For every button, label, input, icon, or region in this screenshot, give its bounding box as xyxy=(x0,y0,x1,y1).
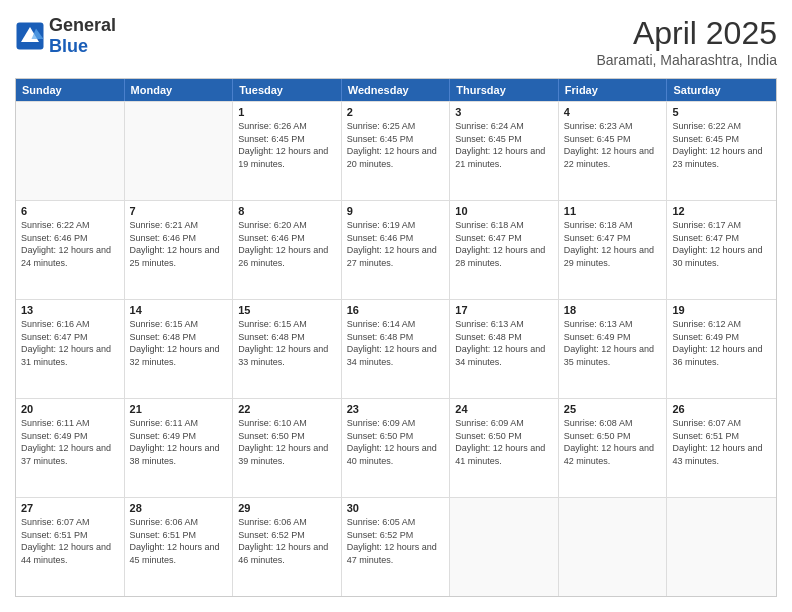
calendar-cell xyxy=(16,102,125,200)
calendar-cell: 20Sunrise: 6:11 AM Sunset: 6:49 PM Dayli… xyxy=(16,399,125,497)
cell-info: Sunrise: 6:05 AM Sunset: 6:52 PM Dayligh… xyxy=(347,516,445,566)
cell-info: Sunrise: 6:24 AM Sunset: 6:45 PM Dayligh… xyxy=(455,120,553,170)
cell-info: Sunrise: 6:06 AM Sunset: 6:52 PM Dayligh… xyxy=(238,516,336,566)
calendar-cell: 11Sunrise: 6:18 AM Sunset: 6:47 PM Dayli… xyxy=(559,201,668,299)
day-number: 6 xyxy=(21,205,119,217)
cell-info: Sunrise: 6:20 AM Sunset: 6:46 PM Dayligh… xyxy=(238,219,336,269)
day-number: 19 xyxy=(672,304,771,316)
cell-info: Sunrise: 6:22 AM Sunset: 6:46 PM Dayligh… xyxy=(21,219,119,269)
cell-info: Sunrise: 6:07 AM Sunset: 6:51 PM Dayligh… xyxy=(672,417,771,467)
calendar-cell: 4Sunrise: 6:23 AM Sunset: 6:45 PM Daylig… xyxy=(559,102,668,200)
cell-info: Sunrise: 6:18 AM Sunset: 6:47 PM Dayligh… xyxy=(455,219,553,269)
cell-info: Sunrise: 6:23 AM Sunset: 6:45 PM Dayligh… xyxy=(564,120,662,170)
cell-info: Sunrise: 6:07 AM Sunset: 6:51 PM Dayligh… xyxy=(21,516,119,566)
cell-info: Sunrise: 6:11 AM Sunset: 6:49 PM Dayligh… xyxy=(21,417,119,467)
day-number: 27 xyxy=(21,502,119,514)
calendar-cell: 16Sunrise: 6:14 AM Sunset: 6:48 PM Dayli… xyxy=(342,300,451,398)
page: General Blue April 2025 Baramati, Mahara… xyxy=(0,0,792,612)
calendar-cell: 10Sunrise: 6:18 AM Sunset: 6:47 PM Dayli… xyxy=(450,201,559,299)
day-number: 25 xyxy=(564,403,662,415)
cell-info: Sunrise: 6:10 AM Sunset: 6:50 PM Dayligh… xyxy=(238,417,336,467)
calendar-cell: 19Sunrise: 6:12 AM Sunset: 6:49 PM Dayli… xyxy=(667,300,776,398)
cell-info: Sunrise: 6:06 AM Sunset: 6:51 PM Dayligh… xyxy=(130,516,228,566)
cell-info: Sunrise: 6:09 AM Sunset: 6:50 PM Dayligh… xyxy=(347,417,445,467)
day-number: 20 xyxy=(21,403,119,415)
day-number: 24 xyxy=(455,403,553,415)
calendar-cell xyxy=(125,102,234,200)
day-number: 23 xyxy=(347,403,445,415)
day-number: 12 xyxy=(672,205,771,217)
cal-header-cell: Tuesday xyxy=(233,79,342,101)
day-number: 8 xyxy=(238,205,336,217)
day-number: 21 xyxy=(130,403,228,415)
calendar-cell: 17Sunrise: 6:13 AM Sunset: 6:48 PM Dayli… xyxy=(450,300,559,398)
day-number: 28 xyxy=(130,502,228,514)
calendar-header: SundayMondayTuesdayWednesdayThursdayFrid… xyxy=(16,79,776,101)
calendar-cell: 26Sunrise: 6:07 AM Sunset: 6:51 PM Dayli… xyxy=(667,399,776,497)
calendar-cell: 12Sunrise: 6:17 AM Sunset: 6:47 PM Dayli… xyxy=(667,201,776,299)
logo-text: General Blue xyxy=(49,15,116,57)
day-number: 7 xyxy=(130,205,228,217)
calendar-cell xyxy=(559,498,668,596)
day-number: 29 xyxy=(238,502,336,514)
calendar-body: 1Sunrise: 6:26 AM Sunset: 6:45 PM Daylig… xyxy=(16,101,776,596)
cell-info: Sunrise: 6:25 AM Sunset: 6:45 PM Dayligh… xyxy=(347,120,445,170)
calendar-cell: 29Sunrise: 6:06 AM Sunset: 6:52 PM Dayli… xyxy=(233,498,342,596)
calendar-cell xyxy=(667,498,776,596)
calendar-cell: 1Sunrise: 6:26 AM Sunset: 6:45 PM Daylig… xyxy=(233,102,342,200)
day-number: 14 xyxy=(130,304,228,316)
calendar-cell: 23Sunrise: 6:09 AM Sunset: 6:50 PM Dayli… xyxy=(342,399,451,497)
calendar-cell xyxy=(450,498,559,596)
day-number: 2 xyxy=(347,106,445,118)
cal-header-cell: Friday xyxy=(559,79,668,101)
cell-info: Sunrise: 6:08 AM Sunset: 6:50 PM Dayligh… xyxy=(564,417,662,467)
calendar-cell: 2Sunrise: 6:25 AM Sunset: 6:45 PM Daylig… xyxy=(342,102,451,200)
cell-info: Sunrise: 6:19 AM Sunset: 6:46 PM Dayligh… xyxy=(347,219,445,269)
day-number: 26 xyxy=(672,403,771,415)
cell-info: Sunrise: 6:22 AM Sunset: 6:45 PM Dayligh… xyxy=(672,120,771,170)
logo-icon xyxy=(15,21,45,51)
cell-info: Sunrise: 6:13 AM Sunset: 6:49 PM Dayligh… xyxy=(564,318,662,368)
cell-info: Sunrise: 6:09 AM Sunset: 6:50 PM Dayligh… xyxy=(455,417,553,467)
calendar-row: 13Sunrise: 6:16 AM Sunset: 6:47 PM Dayli… xyxy=(16,299,776,398)
day-number: 30 xyxy=(347,502,445,514)
cal-header-cell: Saturday xyxy=(667,79,776,101)
calendar-row: 1Sunrise: 6:26 AM Sunset: 6:45 PM Daylig… xyxy=(16,101,776,200)
cell-info: Sunrise: 6:15 AM Sunset: 6:48 PM Dayligh… xyxy=(130,318,228,368)
calendar-cell: 13Sunrise: 6:16 AM Sunset: 6:47 PM Dayli… xyxy=(16,300,125,398)
cell-info: Sunrise: 6:17 AM Sunset: 6:47 PM Dayligh… xyxy=(672,219,771,269)
calendar-cell: 18Sunrise: 6:13 AM Sunset: 6:49 PM Dayli… xyxy=(559,300,668,398)
cell-info: Sunrise: 6:16 AM Sunset: 6:47 PM Dayligh… xyxy=(21,318,119,368)
cell-info: Sunrise: 6:12 AM Sunset: 6:49 PM Dayligh… xyxy=(672,318,771,368)
month-title: April 2025 xyxy=(596,15,777,52)
cell-info: Sunrise: 6:14 AM Sunset: 6:48 PM Dayligh… xyxy=(347,318,445,368)
calendar-cell: 28Sunrise: 6:06 AM Sunset: 6:51 PM Dayli… xyxy=(125,498,234,596)
calendar-cell: 7Sunrise: 6:21 AM Sunset: 6:46 PM Daylig… xyxy=(125,201,234,299)
cal-header-cell: Wednesday xyxy=(342,79,451,101)
cal-header-cell: Thursday xyxy=(450,79,559,101)
logo-blue-text: Blue xyxy=(49,36,116,57)
day-number: 1 xyxy=(238,106,336,118)
cell-info: Sunrise: 6:13 AM Sunset: 6:48 PM Dayligh… xyxy=(455,318,553,368)
calendar-cell: 8Sunrise: 6:20 AM Sunset: 6:46 PM Daylig… xyxy=(233,201,342,299)
calendar-cell: 5Sunrise: 6:22 AM Sunset: 6:45 PM Daylig… xyxy=(667,102,776,200)
day-number: 22 xyxy=(238,403,336,415)
calendar-cell: 15Sunrise: 6:15 AM Sunset: 6:48 PM Dayli… xyxy=(233,300,342,398)
cell-info: Sunrise: 6:11 AM Sunset: 6:49 PM Dayligh… xyxy=(130,417,228,467)
day-number: 10 xyxy=(455,205,553,217)
subtitle: Baramati, Maharashtra, India xyxy=(596,52,777,68)
calendar: SundayMondayTuesdayWednesdayThursdayFrid… xyxy=(15,78,777,597)
day-number: 18 xyxy=(564,304,662,316)
calendar-row: 20Sunrise: 6:11 AM Sunset: 6:49 PM Dayli… xyxy=(16,398,776,497)
logo: General Blue xyxy=(15,15,116,57)
calendar-cell: 24Sunrise: 6:09 AM Sunset: 6:50 PM Dayli… xyxy=(450,399,559,497)
cal-header-cell: Monday xyxy=(125,79,234,101)
calendar-cell: 25Sunrise: 6:08 AM Sunset: 6:50 PM Dayli… xyxy=(559,399,668,497)
day-number: 3 xyxy=(455,106,553,118)
calendar-cell: 30Sunrise: 6:05 AM Sunset: 6:52 PM Dayli… xyxy=(342,498,451,596)
header: General Blue April 2025 Baramati, Mahara… xyxy=(15,15,777,68)
calendar-cell: 22Sunrise: 6:10 AM Sunset: 6:50 PM Dayli… xyxy=(233,399,342,497)
day-number: 9 xyxy=(347,205,445,217)
cell-info: Sunrise: 6:26 AM Sunset: 6:45 PM Dayligh… xyxy=(238,120,336,170)
calendar-cell: 9Sunrise: 6:19 AM Sunset: 6:46 PM Daylig… xyxy=(342,201,451,299)
